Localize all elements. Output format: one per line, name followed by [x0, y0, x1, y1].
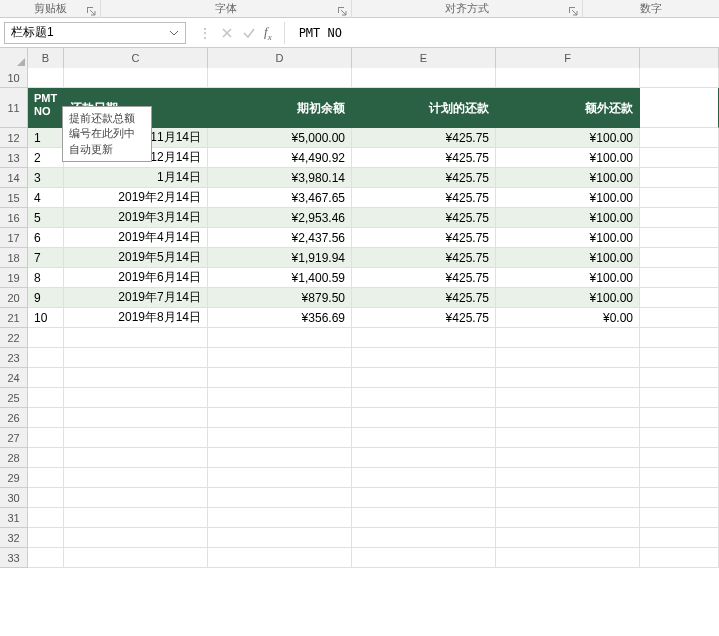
- row-header[interactable]: 32: [0, 528, 28, 548]
- cell[interactable]: [640, 268, 719, 288]
- row-header[interactable]: 27: [0, 428, 28, 448]
- cell-date[interactable]: 2019年2月14日: [64, 188, 208, 208]
- cell-scheduled[interactable]: ¥425.75: [352, 228, 496, 248]
- formula-input[interactable]: [291, 22, 715, 44]
- cell[interactable]: [208, 68, 352, 88]
- row-header[interactable]: 18: [0, 248, 28, 268]
- cell[interactable]: [28, 408, 64, 428]
- cell[interactable]: [496, 408, 640, 428]
- cell[interactable]: [496, 468, 640, 488]
- cell-date[interactable]: 2019年3月14日: [64, 208, 208, 228]
- row-header[interactable]: 16: [0, 208, 28, 228]
- header-balance[interactable]: 期初余额: [208, 88, 352, 128]
- cell[interactable]: [28, 528, 64, 548]
- cell[interactable]: [496, 488, 640, 508]
- cell[interactable]: [208, 508, 352, 528]
- row-header[interactable]: 24: [0, 368, 28, 388]
- cell[interactable]: [640, 88, 719, 128]
- cell-balance[interactable]: ¥2,437.56: [208, 228, 352, 248]
- cell[interactable]: [352, 428, 496, 448]
- dialog-launcher-icon[interactable]: [568, 6, 578, 16]
- cell[interactable]: [640, 388, 719, 408]
- cell-pmt-no[interactable]: 3: [28, 168, 64, 188]
- row-header[interactable]: 10: [0, 68, 28, 88]
- cell-date[interactable]: 1月14日: [64, 168, 208, 188]
- cell[interactable]: [496, 68, 640, 88]
- cell[interactable]: [496, 448, 640, 468]
- cell[interactable]: [64, 548, 208, 568]
- cell[interactable]: [496, 328, 640, 348]
- row-header[interactable]: 13: [0, 148, 28, 168]
- cell[interactable]: [208, 328, 352, 348]
- cell-pmt-no[interactable]: 9: [28, 288, 64, 308]
- cell[interactable]: [352, 328, 496, 348]
- cell[interactable]: [28, 548, 64, 568]
- row-header[interactable]: 33: [0, 548, 28, 568]
- cell[interactable]: [208, 348, 352, 368]
- cell-pmt-no[interactable]: 5: [28, 208, 64, 228]
- name-box[interactable]: [4, 22, 186, 44]
- cell-balance[interactable]: ¥2,953.46: [208, 208, 352, 228]
- cell[interactable]: [640, 228, 719, 248]
- cancel-icon[interactable]: [220, 26, 234, 40]
- cell[interactable]: [64, 508, 208, 528]
- cell[interactable]: [496, 388, 640, 408]
- row-header[interactable]: 30: [0, 488, 28, 508]
- row-header[interactable]: 14: [0, 168, 28, 188]
- cell[interactable]: [28, 368, 64, 388]
- cell-scheduled[interactable]: ¥425.75: [352, 128, 496, 148]
- cell-extra[interactable]: ¥100.00: [496, 288, 640, 308]
- cell[interactable]: [640, 508, 719, 528]
- name-box-input[interactable]: [11, 26, 169, 40]
- cell[interactable]: [640, 468, 719, 488]
- cell[interactable]: [208, 428, 352, 448]
- cell[interactable]: [64, 368, 208, 388]
- cell[interactable]: [352, 508, 496, 528]
- cell-balance[interactable]: ¥3,467.65: [208, 188, 352, 208]
- cell-balance[interactable]: ¥3,980.14: [208, 168, 352, 188]
- row-header[interactable]: 12: [0, 128, 28, 148]
- cell-scheduled[interactable]: ¥425.75: [352, 168, 496, 188]
- cell-pmt-no[interactable]: 8: [28, 268, 64, 288]
- cell[interactable]: [496, 428, 640, 448]
- cell[interactable]: [640, 188, 719, 208]
- cell-pmt-no[interactable]: 7: [28, 248, 64, 268]
- cell[interactable]: [208, 488, 352, 508]
- cell-balance[interactable]: ¥879.50: [208, 288, 352, 308]
- cell[interactable]: [640, 448, 719, 468]
- cell[interactable]: [352, 548, 496, 568]
- cell[interactable]: [64, 448, 208, 468]
- cell[interactable]: [64, 468, 208, 488]
- cell[interactable]: [208, 448, 352, 468]
- cell[interactable]: [208, 388, 352, 408]
- cell-date[interactable]: 2019年6月14日: [64, 268, 208, 288]
- cell-scheduled[interactable]: ¥425.75: [352, 188, 496, 208]
- cell[interactable]: [640, 148, 719, 168]
- cell[interactable]: [496, 508, 640, 528]
- cell[interactable]: [28, 508, 64, 528]
- row-header[interactable]: 25: [0, 388, 28, 408]
- cell[interactable]: [352, 368, 496, 388]
- cell[interactable]: [64, 328, 208, 348]
- cell[interactable]: [640, 548, 719, 568]
- cell[interactable]: [496, 548, 640, 568]
- cell[interactable]: [352, 68, 496, 88]
- cell[interactable]: [640, 408, 719, 428]
- row-header[interactable]: 28: [0, 448, 28, 468]
- cell[interactable]: [64, 528, 208, 548]
- cell[interactable]: [640, 248, 719, 268]
- cell-pmt-no[interactable]: 1: [28, 128, 64, 148]
- cell[interactable]: [352, 468, 496, 488]
- cell[interactable]: [640, 328, 719, 348]
- cell[interactable]: [208, 468, 352, 488]
- col-header[interactable]: F: [496, 48, 640, 68]
- cell[interactable]: [208, 408, 352, 428]
- cell-extra[interactable]: ¥100.00: [496, 188, 640, 208]
- cell[interactable]: [352, 408, 496, 428]
- cell[interactable]: [208, 368, 352, 388]
- cell-extra[interactable]: ¥100.00: [496, 208, 640, 228]
- cell[interactable]: [496, 528, 640, 548]
- cell-balance[interactable]: ¥1,919.94: [208, 248, 352, 268]
- cell[interactable]: [352, 388, 496, 408]
- fx-icon[interactable]: fx: [264, 24, 272, 42]
